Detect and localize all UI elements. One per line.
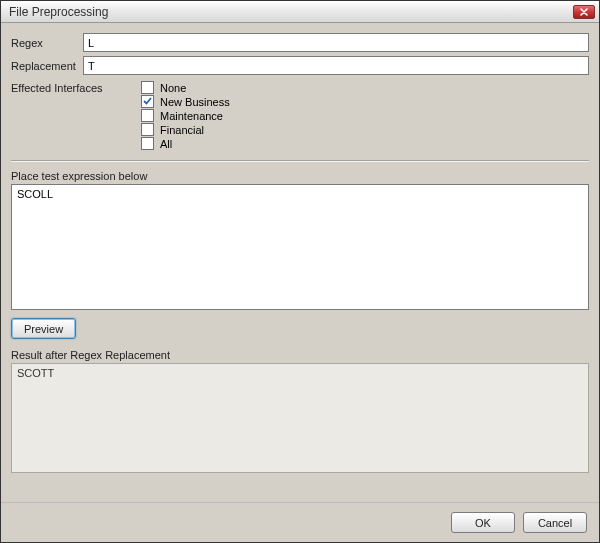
replacement-row: Replacement <box>11 56 589 75</box>
test-expression-input[interactable] <box>11 184 589 310</box>
close-button[interactable] <box>573 5 595 19</box>
result-label: Result after Regex Replacement <box>11 349 589 361</box>
regex-input[interactable] <box>83 33 589 52</box>
dialog-window: File Preprocessing Regex Replacement Eff… <box>0 0 600 543</box>
checkbox-maintenance[interactable] <box>141 109 154 122</box>
effected-interfaces-section: Effected Interfaces None New Business <box>11 81 589 150</box>
replacement-input[interactable] <box>83 56 589 75</box>
interface-label: None <box>160 82 186 94</box>
interface-row-new-business: New Business <box>141 95 230 108</box>
effected-interfaces-list: None New Business Maintenance <box>141 81 230 150</box>
ok-button[interactable]: OK <box>451 512 515 533</box>
regex-row: Regex <box>11 33 589 52</box>
test-expression-label: Place test expression below <box>11 170 589 182</box>
interface-row-financial: Financial <box>141 123 230 136</box>
preview-button[interactable]: Preview <box>11 318 76 339</box>
checkbox-financial[interactable] <box>141 123 154 136</box>
effected-interfaces-label: Effected Interfaces <box>11 81 141 150</box>
regex-label: Regex <box>11 37 83 49</box>
interface-label: Financial <box>160 124 204 136</box>
interface-row-none: None <box>141 81 230 94</box>
close-icon <box>580 8 588 16</box>
replacement-label: Replacement <box>11 60 83 72</box>
checkbox-none[interactable] <box>141 81 154 94</box>
interface-label: All <box>160 138 172 150</box>
window-title: File Preprocessing <box>9 5 573 19</box>
interface-row-maintenance: Maintenance <box>141 109 230 122</box>
interface-label: Maintenance <box>160 110 223 122</box>
interface-label: New Business <box>160 96 230 108</box>
checkbox-new-business[interactable] <box>141 95 154 108</box>
cancel-button[interactable]: Cancel <box>523 512 587 533</box>
interface-row-all: All <box>141 137 230 150</box>
checkbox-all[interactable] <box>141 137 154 150</box>
result-output: SCOTT <box>11 363 589 473</box>
dialog-button-bar: OK Cancel <box>1 502 599 542</box>
separator <box>11 160 589 162</box>
titlebar: File Preprocessing <box>1 1 599 23</box>
dialog-body: Regex Replacement Effected Interfaces No… <box>1 23 599 542</box>
